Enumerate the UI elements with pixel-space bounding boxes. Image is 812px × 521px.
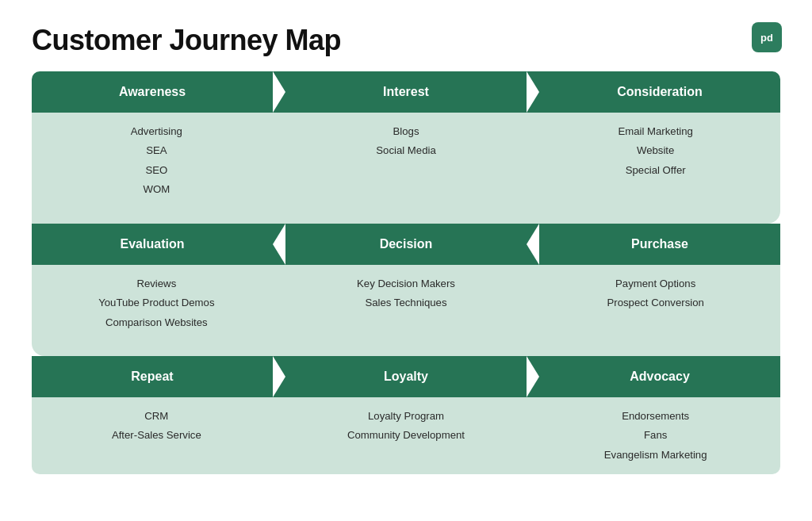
row-header-row2: PurchaseDecisionEvaluation — [32, 224, 780, 265]
segment-content-awareness: AdvertisingSEASEOWOM — [32, 119, 282, 203]
segment-label-interest: Interest — [285, 71, 527, 113]
segment-label-consideration: Consideration — [539, 71, 780, 113]
segment-label-evaluation: Evaluation — [32, 224, 273, 265]
segment-label-repeat: Repeat — [32, 356, 273, 397]
journey-row-row2: PurchaseDecisionEvaluationPayment Option… — [32, 224, 780, 342]
row-header-row3: RepeatLoyaltyAdvocacy — [32, 356, 780, 397]
segment-content-advocacy: EndorsementsFansEvangelism Marketing — [530, 404, 780, 468]
segment-label-decision: Decision — [285, 224, 527, 265]
row-body-row2: Payment OptionsProspect ConversionKey De… — [32, 265, 780, 342]
page-title: Customer Journey Map — [32, 24, 780, 57]
journey-row-row1: AwarenessInterestConsiderationAdvertisin… — [32, 71, 780, 209]
segment-content-decision: Key Decision MakersSales Techniques — [282, 271, 531, 335]
logo: pd — [752, 22, 782, 52]
row-header-row1: AwarenessInterestConsideration — [32, 71, 780, 113]
segment-label-purchase: Purchase — [539, 224, 780, 265]
row-body-row3: CRMAfter-Sales ServiceLoyalty ProgramCom… — [32, 397, 780, 474]
row-body-row1: AdvertisingSEASEOWOMBlogsSocial MediaEma… — [32, 113, 780, 209]
segment-label-loyalty: Loyalty — [285, 356, 527, 397]
segment-content-consideration: Email MarketingWebsiteSpecial Offer — [530, 119, 780, 203]
segment-content-evaluation: ReviewsYouTube Product DemosComparison W… — [32, 271, 282, 335]
page: Customer Journey Map pd AwarenessInteres… — [0, 0, 812, 521]
snake-connector-1 — [32, 342, 780, 356]
snake-connector-0 — [32, 209, 780, 224]
segment-content-purchase: Payment OptionsProspect Conversion — [530, 271, 780, 335]
segment-label-awareness: Awareness — [32, 71, 273, 113]
segment-content-interest: BlogsSocial Media — [282, 119, 531, 203]
journey-map: AwarenessInterestConsiderationAdvertisin… — [32, 71, 780, 474]
journey-row-row3: RepeatLoyaltyAdvocacyCRMAfter-Sales Serv… — [32, 356, 780, 474]
segment-content-loyalty: Loyalty ProgramCommunity Development — [282, 404, 531, 468]
segment-label-advocacy: Advocacy — [539, 356, 780, 397]
segment-content-repeat: CRMAfter-Sales Service — [32, 404, 282, 468]
